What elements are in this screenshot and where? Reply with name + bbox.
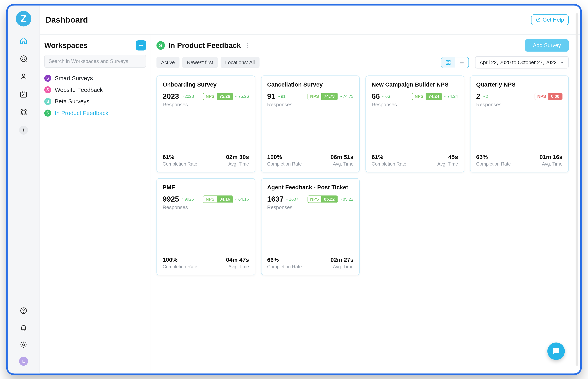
completion-label: Completion Rate — [163, 264, 197, 269]
view-toggle — [441, 57, 469, 68]
avgtime-value: 45s — [438, 154, 458, 160]
completion-value: 63% — [476, 154, 511, 160]
avgtime-label: Avg. Time — [540, 161, 562, 167]
workspace-menu-icon[interactable]: ⋮ — [244, 43, 250, 48]
workspaces-title: Workspaces — [44, 41, 88, 49]
survey-title: Cancellation Survey — [267, 81, 353, 88]
svg-rect-16 — [446, 63, 448, 64]
workspace-item-label: Website Feedback — [55, 87, 103, 93]
svg-point-1 — [22, 58, 23, 58]
filter-locations[interactable]: Locations: All — [220, 57, 260, 68]
notifications-icon[interactable] — [19, 323, 29, 333]
filter-status[interactable]: Active — [157, 57, 179, 68]
completion-label: Completion Rate — [267, 264, 302, 269]
chat-fab[interactable] — [547, 343, 565, 360]
nps-pill: NPS0.00 — [535, 93, 562, 100]
svg-point-10 — [23, 312, 24, 313]
app-window: Z + E — [6, 4, 582, 375]
svg-point-13 — [538, 21, 538, 21]
survey-card[interactable]: Agent Feedback - Post Ticket 1637 1637 N… — [261, 178, 360, 275]
workspace-item[interactable]: SBeta Surveys — [44, 98, 146, 105]
main-area: Dashboard Get Help Workspaces + SSmart S… — [40, 6, 580, 373]
responses-delta: 66 — [382, 94, 390, 99]
filter-bar: Active Newest first Locations: All April… — [157, 56, 569, 68]
svg-rect-17 — [449, 63, 450, 64]
topbar: Dashboard Get Help — [40, 6, 580, 35]
add-workspace-button[interactable]: + — [136, 40, 146, 50]
nps-pill: NPS75.26 — [203, 93, 233, 100]
responses-delta: 91 — [277, 94, 286, 99]
completion-value: 66% — [267, 257, 302, 263]
svg-point-11 — [23, 344, 25, 346]
completion-value: 61% — [163, 154, 197, 160]
add-survey-button[interactable]: Add Survey — [525, 39, 569, 52]
responses-delta: 2 — [482, 94, 488, 99]
help-icon[interactable] — [19, 305, 29, 316]
survey-grid: Onboarding Survey 2023 2023 NPS75.26 75.… — [157, 76, 569, 275]
nps-delta: 74.73 — [339, 94, 353, 99]
workspace-item[interactable]: SSmart Surveys — [44, 75, 146, 81]
survey-title: Onboarding Survey — [163, 81, 249, 88]
survey-card[interactable]: Cancellation Survey 91 91 NPS74.73 74.73… — [261, 76, 360, 173]
chevron-down-icon — [560, 60, 564, 64]
svg-rect-14 — [446, 60, 448, 62]
avgtime-value: 04m 47s — [226, 257, 249, 263]
nav-contacts-icon[interactable] — [19, 71, 29, 81]
nps-pill: NPS74.24 — [412, 93, 442, 100]
svg-point-7 — [21, 113, 22, 115]
survey-card[interactable]: New Campaign Builder NPS 66 66 NPS74.24 … — [366, 76, 464, 173]
workspace-item-label: Beta Surveys — [55, 98, 89, 105]
nps-delta: 84.16 — [235, 197, 249, 202]
nav-add-button[interactable]: + — [19, 126, 28, 135]
nav-home-icon[interactable] — [19, 36, 29, 46]
workspace-badge-icon: S — [44, 75, 51, 81]
nps-pill: NPS84.16 — [203, 195, 233, 203]
responses-value: 2 — [476, 92, 480, 100]
content-area: S In Product Feedback ⋮ Add Survey Activ… — [151, 35, 580, 373]
workspace-item-label: In Product Feedback — [55, 110, 108, 116]
get-help-button[interactable]: Get Help — [531, 15, 569, 25]
avgtime-label: Avg. Time — [438, 161, 458, 167]
avgtime-label: Avg. Time — [226, 264, 249, 269]
survey-card[interactable]: Onboarding Survey 2023 2023 NPS75.26 75.… — [157, 76, 255, 173]
svg-point-2 — [24, 58, 25, 58]
avgtime-value: 02m 27s — [331, 257, 353, 263]
responses-value: 2023 — [163, 92, 179, 100]
avgtime-label: Avg. Time — [331, 264, 353, 269]
nav-integrations-icon[interactable] — [19, 107, 29, 117]
nav-feedback-icon[interactable] — [19, 54, 29, 64]
nav-calendar-icon[interactable] — [19, 89, 29, 99]
date-range-picker[interactable]: April 22, 2020 to October 27, 2022 — [475, 56, 569, 68]
completion-value: 100% — [267, 154, 302, 160]
avgtime-label: Avg. Time — [226, 161, 249, 167]
svg-rect-15 — [449, 60, 450, 62]
responses-label: Responses — [267, 102, 353, 108]
survey-title: New Campaign Builder NPS — [372, 81, 458, 88]
settings-icon[interactable] — [19, 340, 29, 350]
filter-sort[interactable]: Newest first — [182, 57, 218, 68]
svg-point-5 — [21, 109, 22, 111]
svg-point-3 — [22, 74, 25, 77]
get-help-label: Get Help — [543, 17, 564, 23]
avgtime-label: Avg. Time — [331, 161, 353, 167]
avgtime-value: 01m 16s — [540, 154, 562, 160]
avgtime-value: 06m 51s — [331, 154, 353, 160]
workspace-item[interactable]: SIn Product Feedback — [44, 110, 146, 117]
nps-delta: 75.26 — [235, 94, 249, 99]
survey-card[interactable]: Quarterly NPS 2 2 NPS0.00 Responses 63% … — [470, 76, 569, 173]
responses-label: Responses — [163, 204, 249, 210]
completion-label: Completion Rate — [267, 161, 302, 167]
svg-point-6 — [25, 109, 26, 111]
list-view-button[interactable] — [455, 57, 469, 68]
responses-label: Responses — [267, 204, 353, 210]
workspace-item[interactable]: SWebsite Feedback — [44, 86, 146, 93]
workspace-search-input[interactable] — [44, 55, 146, 68]
date-range-label: April 22, 2020 to October 27, 2022 — [480, 59, 557, 65]
survey-title: Quarterly NPS — [476, 81, 562, 88]
completion-label: Completion Rate — [372, 161, 406, 167]
user-avatar[interactable]: E — [19, 357, 28, 366]
survey-card[interactable]: PMF 9925 9925 NPS84.16 84.16 Responses 1… — [157, 178, 255, 275]
grid-view-button[interactable] — [441, 57, 455, 68]
workspace-item-label: Smart Surveys — [55, 75, 93, 81]
responses-delta: 1637 — [285, 197, 299, 202]
